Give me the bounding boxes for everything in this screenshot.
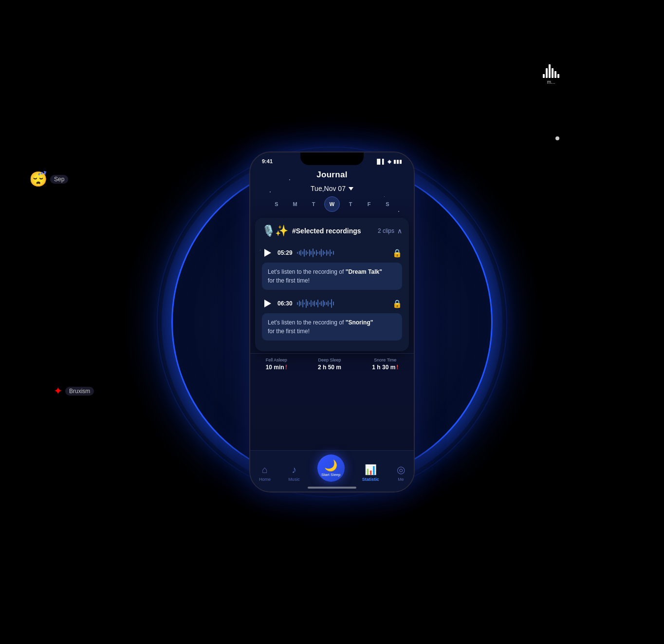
stat-snore-time-value: 1 h 30 m !	[372, 364, 398, 371]
card-clips-row: 2 clips ∧	[378, 227, 402, 235]
music-label: m...	[543, 79, 559, 85]
nav-start-sleep[interactable]: 🌙 Start Sleep	[317, 455, 345, 482]
audio-row-1: 05:29	[262, 243, 402, 261]
day-f[interactable]: F	[361, 196, 377, 212]
wf-bar	[302, 251, 303, 254]
wf-bar	[319, 303, 320, 304]
wf-bar	[311, 300, 312, 307]
day-t1[interactable]: T	[306, 196, 321, 212]
promo-highlight-2: "Snoring"	[346, 319, 373, 326]
star-1	[270, 191, 271, 192]
promo-msg-1: Let's listen to the recording of "Dream …	[262, 263, 402, 290]
wf-bar	[307, 301, 308, 306]
stat-fell-asleep-value: 10 min !	[266, 364, 287, 371]
stat-snore-time: Snore Time 1 h 30 m !	[372, 358, 398, 371]
day-m[interactable]: M	[287, 196, 303, 212]
card-header: 🎙️✨ #Selected recordings 2 clips ∧	[262, 225, 402, 237]
wf-bar	[324, 252, 325, 254]
music-nav-icon: ♪	[292, 464, 296, 475]
music-bar-5	[554, 71, 556, 78]
wf-bar	[300, 302, 301, 305]
moon-icon: 🌙	[324, 459, 337, 472]
wf-bar	[306, 299, 307, 308]
play-triangle-1	[264, 249, 271, 257]
wf-bar	[309, 303, 310, 304]
wf-bar	[306, 250, 307, 255]
audio-time-2: 06:30	[277, 300, 293, 307]
music-bar-3	[549, 64, 551, 78]
app-title: Journal	[250, 166, 414, 182]
lock-icon-2: 🔒	[392, 299, 402, 308]
music-bars	[543, 63, 559, 78]
wf-bar	[299, 251, 300, 255]
music-bar-1	[543, 74, 545, 78]
promo-text-2: Let's listen to the recording of	[268, 319, 346, 326]
card-title-row: 🎙️✨ #Selected recordings	[262, 225, 361, 237]
sleep-emoji: 😴	[29, 170, 47, 188]
promo-highlight-1: "Dream Talk"	[346, 268, 382, 275]
day-s1[interactable]: S	[269, 196, 284, 212]
wf-bar	[330, 303, 331, 304]
date-text: Tue,Nov 07	[311, 185, 346, 192]
wf-bar	[314, 251, 315, 254]
phone-wrapper: 9:41 ▐▌▌ ◈ ▮▮▮ Journal Tue,Nov 07 S M T …	[249, 152, 415, 492]
statistic-icon: 📊	[365, 464, 377, 475]
music-bar-2	[546, 68, 548, 78]
wf-bar	[302, 300, 303, 307]
audio-row-2: 06:30	[262, 294, 402, 311]
wf-bar	[304, 249, 305, 257]
play-button-1[interactable]	[262, 247, 274, 259]
promo-suffix-1: for the first time!	[268, 277, 310, 284]
promo-text-1: Let's listen to the recording of	[268, 268, 346, 275]
status-right: ▐▌▌ ◈ ▮▮▮	[375, 159, 402, 164]
play-button-2[interactable]	[262, 298, 274, 309]
wf-bar	[313, 248, 314, 257]
nav-me[interactable]: ◎ Me	[397, 464, 405, 482]
wf-bar	[321, 249, 322, 257]
wf-bar	[328, 251, 329, 254]
audio-time-1: 05:29	[277, 249, 293, 256]
wf-bar	[300, 250, 301, 256]
wf-bar	[323, 300, 324, 307]
wf-bar	[324, 302, 325, 305]
wf-bar	[297, 252, 298, 254]
me-icon: ◎	[397, 464, 405, 475]
sleep-stats: Fell Asleep 10 min ! Deep Sleep 2 h 50 m…	[250, 353, 414, 374]
clips-count: 2 clips	[378, 227, 394, 234]
lock-icon-1: 🔒	[392, 248, 402, 258]
sep-text: Sep	[50, 175, 68, 184]
star-3	[260, 250, 260, 250]
nav-music[interactable]: ♪ Music	[288, 464, 300, 482]
waveform-2	[297, 298, 388, 309]
start-sleep-button[interactable]: 🌙 Start Sleep	[317, 455, 345, 482]
home-icon: ⌂	[262, 464, 268, 475]
bruxism-label: ✦ Bruxism	[54, 385, 94, 398]
nav-statistic[interactable]: 📊 Statistic	[362, 464, 379, 482]
stat-deep-sleep-value: 2 h 50 m	[318, 364, 341, 371]
alert-dot-2: !	[396, 364, 398, 371]
nav-home[interactable]: ⌂ Home	[259, 464, 271, 482]
wf-bar	[307, 252, 308, 254]
stat-deep-sleep-label: Deep Sleep	[318, 358, 341, 362]
wf-bar	[326, 250, 327, 256]
stat-fell-asleep-label: Fell Asleep	[266, 358, 287, 362]
phone: 9:41 ▐▌▌ ◈ ▮▮▮ Journal Tue,Nov 07 S M T …	[249, 152, 415, 492]
sound-wave	[15, 249, 34, 395]
recording-card: 🎙️✨ #Selected recordings 2 clips ∧ 05:29	[255, 218, 409, 351]
date-dropdown-arrow[interactable]	[349, 187, 353, 190]
stat-deep-sleep: Deep Sleep 2 h 50 m	[318, 358, 341, 371]
day-t2[interactable]: T	[343, 196, 358, 212]
stat-snore-time-label: Snore Time	[372, 358, 398, 362]
day-w[interactable]: W	[324, 196, 340, 212]
music-icon-wrap: m...	[543, 63, 559, 85]
wf-bar	[331, 299, 332, 308]
battery-icon: ▮▮▮	[393, 159, 402, 164]
wf-bar	[317, 252, 318, 254]
date-row: Tue,Nov 07	[250, 182, 414, 194]
star-icon: ✦	[54, 385, 62, 398]
bruxism-text: Bruxism	[65, 387, 94, 396]
wf-bar	[331, 252, 332, 254]
day-s2[interactable]: S	[380, 196, 395, 212]
chevron-up-icon[interactable]: ∧	[397, 227, 402, 235]
wf-bar	[321, 301, 322, 306]
